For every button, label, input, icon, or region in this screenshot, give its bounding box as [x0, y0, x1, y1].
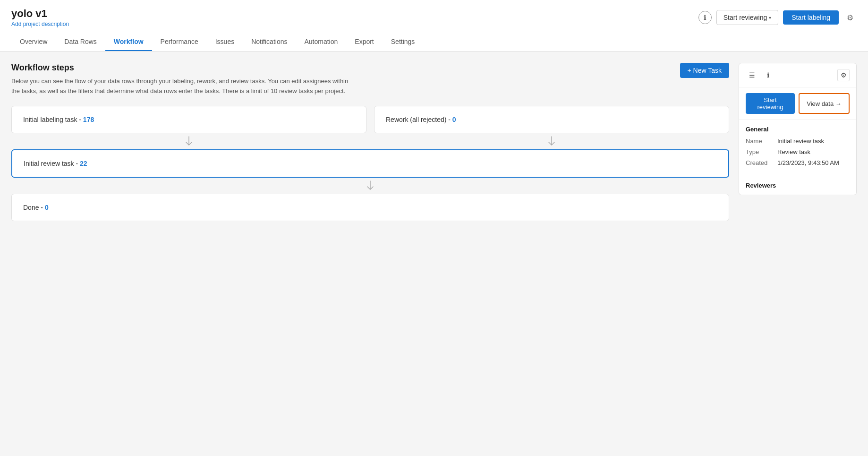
top-tasks-row: Initial labeling task - 178 Rework (all …	[11, 106, 729, 133]
start-reviewing-dropdown[interactable]: Start reviewing ▾	[716, 10, 779, 25]
created-label: Created	[746, 159, 772, 166]
reviewers-section-title: Reviewers	[746, 182, 850, 189]
general-section-title: General	[746, 126, 850, 133]
navigation-tabs: Overview Data Rows Workflow Performance …	[11, 33, 857, 51]
tab-notifications[interactable]: Notifications	[243, 33, 296, 51]
done-count: 0	[45, 204, 49, 211]
tab-automation[interactable]: Automation	[296, 33, 346, 51]
panel-general-section: General Name Initial review task Type Re…	[739, 120, 856, 176]
project-info: yolo v1 Add project description	[11, 8, 69, 27]
project-description[interactable]: Add project description	[11, 21, 69, 27]
header: yolo v1 Add project description ℹ Start …	[0, 0, 868, 52]
panel-actions: Start reviewing View data →	[739, 87, 856, 120]
arrow-down-labeling	[11, 133, 366, 149]
panel-toolbar: ☰ ℹ ⚙	[739, 63, 856, 87]
workflow-content: Workflow steps Below you can see the flo…	[11, 63, 729, 444]
tab-workflow[interactable]: Workflow	[105, 33, 152, 51]
arrow-down-rework	[374, 133, 729, 149]
start-labeling-button[interactable]: Start labeling	[783, 10, 839, 25]
workflow-title: Workflow steps	[11, 63, 351, 73]
project-title: yolo v1	[11, 8, 69, 20]
rework-task-card[interactable]: Rework (all rejected) - 0	[374, 106, 729, 133]
settings-icon[interactable]: ⚙	[843, 11, 857, 24]
rework-task-label: Rework (all rejected) - 0	[386, 116, 456, 123]
tab-data-rows[interactable]: Data Rows	[56, 33, 105, 51]
header-top: yolo v1 Add project description ℹ Start …	[11, 8, 857, 33]
tab-issues[interactable]: Issues	[207, 33, 243, 51]
rework-count: 0	[452, 116, 456, 123]
workflow-info: Workflow steps Below you can see the flo…	[11, 63, 351, 96]
right-panel: ☰ ℹ ⚙ Start reviewing View data → Genera…	[739, 63, 857, 195]
panel-start-reviewing-button[interactable]: Start reviewing	[746, 93, 795, 114]
review-count: 22	[80, 160, 87, 167]
panel-view-data-button[interactable]: View data →	[799, 93, 850, 114]
type-value: Review task	[777, 148, 810, 155]
panel-toolbar-icons: ☰ ℹ	[746, 69, 774, 81]
main-content: Workflow steps Below you can see the flo…	[0, 52, 868, 456]
panel-created-row: Created 1/23/2023, 9:43:50 AM	[746, 159, 850, 166]
panel-info-icon[interactable]: ℹ	[762, 69, 774, 81]
labeling-count: 178	[83, 116, 94, 123]
labeling-task-label: Initial labeling task - 178	[23, 116, 94, 123]
done-task-card[interactable]: Done - 0	[11, 194, 729, 221]
chevron-down-icon: ▾	[769, 15, 771, 20]
top-arrows	[11, 133, 729, 149]
type-label: Type	[746, 148, 772, 155]
workflow-header: Workflow steps Below you can see the flo…	[11, 63, 729, 96]
created-value: 1/23/2023, 9:43:50 AM	[777, 159, 839, 166]
header-actions: ℹ Start reviewing ▾ Start labeling ⚙	[698, 10, 857, 25]
name-value: Initial review task	[777, 138, 824, 145]
panel-reviewers-section: Reviewers	[739, 176, 856, 195]
tab-settings[interactable]: Settings	[383, 33, 424, 51]
arrow-down-review	[11, 178, 729, 194]
labeling-task-card[interactable]: Initial labeling task - 178	[11, 106, 366, 133]
tab-export[interactable]: Export	[346, 33, 382, 51]
done-task-label: Done - 0	[23, 204, 49, 211]
tab-overview[interactable]: Overview	[11, 33, 56, 51]
tab-performance[interactable]: Performance	[152, 33, 207, 51]
workflow-description: Below you can see the flow of your data …	[11, 77, 351, 96]
panel-type-row: Type Review task	[746, 148, 850, 155]
review-task-label: Initial review task - 22	[24, 160, 87, 167]
new-task-button[interactable]: + New Task	[680, 63, 730, 78]
name-label: Name	[746, 138, 772, 145]
review-task-card[interactable]: Initial review task - 22	[11, 149, 729, 178]
panel-gear-icon[interactable]: ⚙	[837, 69, 850, 81]
info-icon[interactable]: ℹ	[698, 11, 712, 24]
list-icon[interactable]: ☰	[746, 69, 758, 81]
panel-name-row: Name Initial review task	[746, 138, 850, 145]
